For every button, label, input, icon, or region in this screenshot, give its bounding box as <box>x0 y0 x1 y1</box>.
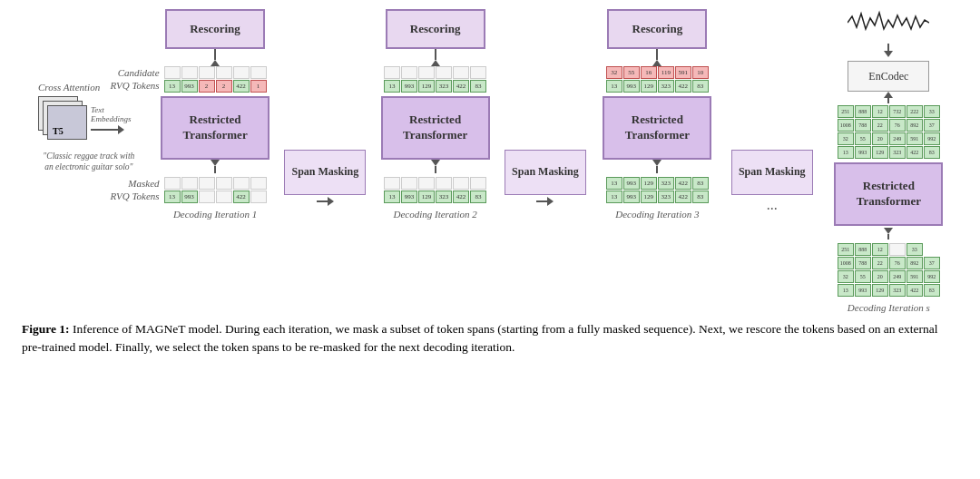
tc: 83 <box>924 284 940 297</box>
tc: 32 <box>606 66 622 79</box>
tc: 422 <box>675 191 691 203</box>
tc <box>453 66 469 79</box>
main-container: Cross Attention T5 Text Embeddings <box>18 9 962 357</box>
text-embed-label: Text Embeddings <box>91 105 146 123</box>
tc: 323 <box>658 191 674 203</box>
tc: 129 <box>641 80 657 93</box>
tc: 422 <box>906 284 923 297</box>
v-conn-2b <box>431 160 440 173</box>
tc: 13 <box>606 80 622 93</box>
token-row-fs-3: 32 55 20 249 591 992 <box>838 132 940 145</box>
tc: 129 <box>418 191 435 203</box>
tc: 22 <box>872 119 888 132</box>
tc <box>470 177 486 190</box>
tc: 323 <box>658 80 674 93</box>
tc: 37 <box>924 257 940 269</box>
tc: 13 <box>838 146 854 159</box>
tc: 22 <box>872 257 888 269</box>
token-row-bot-3: 13 993 129 323 422 83 <box>606 80 709 93</box>
tc: 33 <box>924 105 940 118</box>
tc <box>216 177 232 190</box>
tc: 129 <box>872 284 888 297</box>
tc: 993 <box>623 80 640 93</box>
tc: 323 <box>658 177 674 190</box>
tc: 20 <box>872 270 888 283</box>
token-row-bot-1: 13 993 2 2 422 1 <box>164 80 267 93</box>
dots: ... <box>767 197 778 213</box>
token-row-fs-4: 13 993 129 323 422 83 <box>838 146 940 159</box>
arrow-up <box>431 60 440 66</box>
span-mask-3-col: Span Masking ... <box>729 9 816 213</box>
v-conn-3a <box>652 49 662 66</box>
tc: 892 <box>906 257 923 269</box>
iter-label-s: Decoding Iteration s <box>848 302 930 313</box>
tc: 10 <box>692 66 709 79</box>
tc: 992 <box>924 270 940 283</box>
iter1-col: Rescoring CandidateRVQ Tokens <box>146 9 285 220</box>
arrow-down <box>652 160 662 166</box>
tc: 13 <box>606 191 622 203</box>
tc: 251 <box>838 105 854 118</box>
tc: 13 <box>164 191 181 203</box>
tc: 129 <box>418 80 435 93</box>
tc: 892 <box>906 119 923 132</box>
tc: 422 <box>233 80 250 93</box>
tc: 12 <box>872 243 888 256</box>
tc: 788 <box>855 119 871 132</box>
iter3-col: Rescoring 32 55 16 119 591 10 <box>586 9 729 220</box>
tc <box>384 177 400 190</box>
h-arrow-line <box>91 129 118 131</box>
token-row-top-2 <box>384 66 486 79</box>
v-line <box>435 166 436 173</box>
tc: 129 <box>641 191 657 203</box>
tc: 20 <box>872 132 888 145</box>
candidate-grid-3: 32 55 16 119 591 10 13 993 129 323 422 8… <box>606 66 709 93</box>
rescoring-box-2: Rescoring <box>386 9 485 49</box>
token-row-bot-m3: 13 993 129 323 422 83 <box>606 191 709 203</box>
h-arrow-head <box>118 125 124 134</box>
tc: 591 <box>906 132 923 145</box>
tc: 422 <box>453 191 469 203</box>
tc: 249 <box>889 270 906 283</box>
tc: 591 <box>675 66 691 79</box>
token-row-top-m1 <box>164 177 267 190</box>
tc: 83 <box>692 177 709 190</box>
tc <box>250 177 267 190</box>
tc: 251 <box>838 243 854 256</box>
tc: 993 <box>623 191 640 203</box>
rt-box-2: Restricted Transformer <box>381 96 490 160</box>
tc: 2 <box>216 80 232 93</box>
tc: 993 <box>401 191 417 203</box>
token-row-top-3: 32 55 16 119 591 10 <box>606 66 709 79</box>
tc: 888 <box>855 105 871 118</box>
tc <box>199 66 215 79</box>
waveform-area <box>848 9 929 40</box>
tc: 591 <box>906 270 923 283</box>
v-conn-1b <box>211 160 220 173</box>
rt-box-1: Restricted Transformer <box>161 96 270 160</box>
token-row-fs-2: 1008 788 22 76 892 37 <box>838 119 940 132</box>
token-row-bot-m2: 13 993 129 323 422 83 <box>384 191 486 203</box>
tc: 993 <box>181 80 198 93</box>
tc: 129 <box>641 177 657 190</box>
iter-label-2: Decoding Iteration 2 <box>393 209 476 220</box>
tc: 323 <box>889 284 906 297</box>
v-line <box>214 166 216 173</box>
v-line <box>887 44 889 51</box>
v-line <box>656 166 658 173</box>
tc: 55 <box>623 66 640 79</box>
tc: 249 <box>889 132 906 145</box>
tc: 422 <box>453 80 469 93</box>
tc: 13 <box>838 284 854 297</box>
tc: 33 <box>906 243 923 256</box>
masked-grid-2: 13 993 129 323 422 83 <box>384 177 486 203</box>
tc: 13 <box>384 80 400 93</box>
span-mask-2-col: Span Masking <box>505 9 586 206</box>
tc: 37 <box>924 119 940 132</box>
tc: 13 <box>164 80 181 93</box>
v-line <box>887 98 889 103</box>
waveform-svg <box>848 9 929 36</box>
rescoring-box-3: Rescoring <box>607 9 707 49</box>
tc <box>436 66 452 79</box>
token-row-bot-2: 13 993 129 323 422 83 <box>384 80 486 93</box>
